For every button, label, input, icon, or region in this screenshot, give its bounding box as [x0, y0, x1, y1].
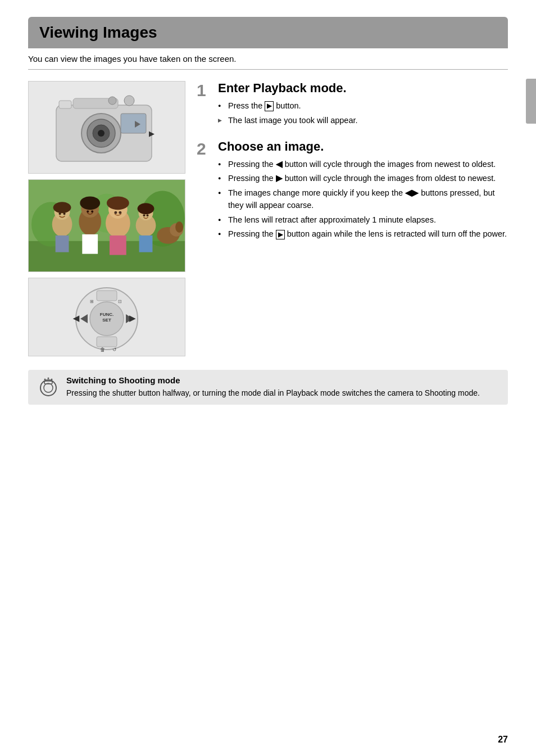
step-1-bullets: Press the ▶ button. The last image you t… — [218, 100, 508, 127]
page-title: Viewing Images — [39, 24, 497, 42]
step-2: 2 Choose an image. Pressing the ◀ button… — [197, 139, 508, 243]
step-2-content: Choose an image. Pressing the ◀ button w… — [218, 139, 508, 243]
svg-point-59 — [44, 383, 53, 392]
svg-point-37 — [63, 212, 66, 215]
svg-point-28 — [107, 196, 129, 210]
svg-text:▶: ▶ — [149, 130, 155, 138]
svg-point-62 — [48, 378, 49, 379]
step-1: 1 Enter Playback mode. Press the ▶ butto… — [197, 81, 508, 129]
page: Viewing Images You can view the images y… — [0, 0, 536, 756]
title-bar: Viewing Images — [28, 17, 508, 48]
kids-photo-box — [28, 179, 185, 272]
images-column: ▶ — [28, 81, 185, 356]
step-2-bullets: Pressing the ◀ button will cycle through… — [218, 159, 508, 241]
step-2-bullet-1: Pressing the ◀ button will cycle through… — [218, 159, 508, 171]
playback-button-inline-2: ▶ — [276, 230, 285, 239]
svg-point-32 — [138, 203, 155, 214]
svg-rect-9 — [121, 114, 146, 133]
right-tab-decoration — [526, 79, 536, 124]
svg-rect-49 — [97, 337, 117, 347]
step-1-number: 1 — [197, 82, 212, 129]
svg-point-42 — [143, 214, 146, 216]
svg-rect-8 — [59, 101, 71, 108]
svg-point-41 — [119, 211, 121, 214]
svg-point-35 — [175, 221, 183, 233]
svg-rect-27 — [110, 236, 126, 255]
step-1-title: Enter Playback mode. — [218, 81, 508, 96]
step-1-bullet-2: The last image you took will appear. — [218, 115, 508, 127]
step-2-number: 2 — [197, 141, 212, 243]
svg-text:FUNC.: FUNC. — [100, 312, 113, 317]
svg-text:🗑: 🗑 — [100, 347, 105, 352]
kids-photo — [29, 179, 185, 272]
svg-point-39 — [91, 210, 93, 212]
svg-point-24 — [80, 196, 100, 210]
control-pad-box: FUNC. SET ⊞ ⊡ 🗑 ↺ ◀ ▶ — [28, 278, 185, 356]
svg-point-20 — [53, 202, 71, 213]
note-icon — [37, 375, 60, 398]
page-number: 27 — [498, 735, 508, 745]
svg-point-61 — [44, 379, 46, 381]
svg-text:SET: SET — [102, 318, 111, 323]
svg-point-6 — [108, 97, 116, 105]
svg-rect-60 — [44, 381, 52, 384]
svg-rect-31 — [139, 236, 153, 252]
svg-text:▶: ▶ — [129, 314, 136, 323]
svg-text:⊡: ⊡ — [118, 299, 122, 304]
svg-rect-23 — [82, 234, 98, 254]
instructions-column: 1 Enter Playback mode. Press the ▶ butto… — [197, 81, 508, 356]
main-content: ▶ — [28, 81, 508, 356]
svg-text:↺: ↺ — [112, 347, 117, 352]
note-text: Pressing the shutter button halfway, or … — [66, 387, 480, 399]
svg-point-63 — [51, 379, 53, 381]
step-2-title: Choose an image. — [218, 139, 508, 154]
step-2-bullet-3: The images change more quickly if you ke… — [218, 187, 508, 212]
page-subtitle: You can view the images you have taken o… — [28, 48, 508, 70]
step-2-bullet-2: Pressing the ▶ button will cycle through… — [218, 173, 508, 185]
step-2-bullet-4: The lens will retract after approximatel… — [218, 214, 508, 227]
svg-point-43 — [146, 214, 148, 216]
camera-illustration: ▶ — [39, 88, 174, 167]
camera-image-box: ▶ — [28, 81, 185, 174]
step-1-bullet-1: Press the ▶ button. — [218, 100, 508, 112]
note-content: Switching to Shooting mode Pressing the … — [66, 375, 480, 399]
svg-point-36 — [59, 212, 61, 215]
note-title: Switching to Shooting mode — [66, 375, 480, 385]
svg-point-38 — [87, 210, 89, 212]
svg-point-7 — [124, 96, 134, 106]
svg-point-58 — [40, 380, 56, 396]
svg-rect-19 — [56, 236, 69, 252]
svg-rect-48 — [97, 291, 117, 301]
playback-button-inline: ▶ — [265, 101, 274, 111]
svg-point-4 — [98, 130, 105, 137]
svg-point-40 — [114, 211, 117, 214]
step-1-content: Enter Playback mode. Press the ▶ button.… — [218, 81, 508, 129]
svg-text:⊞: ⊞ — [90, 299, 94, 304]
svg-text:◀: ◀ — [72, 314, 80, 323]
note-box: Switching to Shooting mode Pressing the … — [28, 370, 508, 405]
control-pad-illustration: FUNC. SET ⊞ ⊡ 🗑 ↺ ◀ ▶ — [62, 280, 152, 354]
step-2-bullet-5: Pressing the ▶ button again while the le… — [218, 228, 508, 241]
